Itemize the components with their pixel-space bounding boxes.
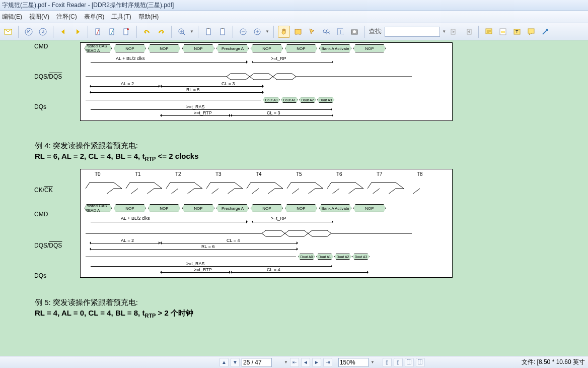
redo-button[interactable] (155, 26, 167, 38)
hex-cell: Dout A2 (334, 254, 351, 260)
nav-next-button[interactable]: ► (312, 358, 321, 367)
svg-text:T: T (339, 29, 342, 35)
view-cont-button[interactable]: ▯ (394, 358, 403, 367)
link-button[interactable] (539, 26, 551, 38)
highlight-button[interactable] (497, 26, 509, 38)
clipboard1-button[interactable] (202, 26, 214, 38)
example4-eq: RL = 6, AL = 2, CL = 4, BL = 4, tRTP <= … (35, 152, 538, 162)
textbox-button[interactable]: T (511, 26, 523, 38)
search-button[interactable] (320, 26, 332, 38)
zoom-input[interactable] (338, 358, 369, 367)
zoom-level-dropdown[interactable]: ▼ (371, 360, 375, 364)
ann: RL = 6 (201, 244, 214, 249)
row-label: DQs (34, 272, 46, 279)
ann: RL = 5 (186, 87, 199, 92)
toolbar: ▼ ▼ T 查找: ▼ T (0, 23, 588, 40)
page-dropdown[interactable]: ▼ (284, 360, 288, 364)
undo-button[interactable] (141, 26, 153, 38)
pdf-page: CMD DQS/DQS DQs Posted CAS READ ANOPNOPN… (0, 40, 588, 356)
page-input[interactable] (242, 358, 272, 367)
nav-prev-button[interactable]: ◄ (301, 358, 310, 367)
hex-cell: NOP (251, 204, 283, 212)
text-tool-button[interactable]: T (334, 26, 346, 38)
ann: AL = 2 (121, 81, 134, 86)
menu-edit[interactable]: 编辑(E) (2, 13, 22, 21)
ann: CL = 4 (267, 267, 280, 272)
menu-view[interactable]: 视图(V) (29, 13, 49, 21)
nav-first-button[interactable]: ⇤ (290, 358, 299, 367)
tick-label: T4 (256, 171, 262, 177)
row-label: DQS/DQS (34, 242, 62, 249)
zoom-dropdown2[interactable]: ▼ (265, 29, 269, 34)
svg-point-1 (25, 28, 32, 35)
menu-tool[interactable]: 工具(T) (111, 13, 131, 21)
tool3-button[interactable] (120, 26, 132, 38)
ann: CL = 3 (222, 81, 235, 86)
zoom-out-circle-button[interactable] (237, 26, 249, 38)
document-viewport[interactable]: CMD DQS/DQS DQs Posted CAS READ ANOPNOPN… (0, 40, 588, 356)
nav-last-button[interactable]: ⇥ (323, 358, 332, 367)
hex-cell: NOP (182, 44, 214, 52)
tick-label: T3 (215, 171, 222, 177)
zoom-in-button[interactable] (176, 26, 188, 38)
svg-rect-10 (220, 29, 225, 35)
ann: CL = 4 (227, 238, 240, 243)
hex-cell: Dout A3 (352, 254, 370, 260)
forward-button[interactable] (71, 26, 84, 38)
hex-cell: NOP (353, 204, 386, 212)
window-title: 字规范(三星).pdf - Foxit Reader - [DDR2操作时序规范… (2, 1, 174, 10)
row-label: CK/CK (34, 187, 53, 194)
ann: AL = 2 (121, 238, 134, 243)
title-bar: 字规范(三星).pdf - Foxit Reader - [DDR2操作时序规范… (0, 0, 588, 11)
view-cont-facing-button[interactable]: ⿰ (416, 358, 425, 367)
hex-cell: Posted CAS READ A (85, 204, 112, 212)
find-next-button[interactable] (462, 26, 474, 38)
email-button[interactable] (2, 26, 14, 38)
book-tool-button[interactable] (292, 26, 304, 38)
tick-label: T8 (417, 171, 423, 177)
hex-cell: Posted CAS READ A (85, 44, 112, 52)
page-up-button[interactable]: ▲ (219, 358, 229, 367)
menu-form[interactable]: 表单(R) (84, 13, 105, 21)
find-dropdown[interactable]: ▼ (442, 29, 446, 34)
find-input[interactable] (385, 27, 440, 37)
view-facing-button[interactable]: ⿰ (405, 358, 414, 367)
menu-help[interactable]: 帮助(H) (138, 13, 159, 21)
hex-cell: Dout A0 (298, 254, 315, 260)
ann: AL + BL/2 clks (121, 216, 150, 221)
tick-label: T0 (95, 171, 101, 177)
dqs-row (81, 71, 452, 82)
first-page-button[interactable] (23, 26, 35, 38)
select-tool-button[interactable] (306, 26, 318, 38)
hex-cell: NOP (114, 204, 146, 212)
hex-cell: Dout A1 (281, 97, 298, 103)
hand-tool-button[interactable] (278, 26, 290, 38)
page-down-button[interactable]: ▼ (231, 358, 240, 367)
tool2-button[interactable] (106, 26, 118, 38)
row-label: CMD (34, 211, 48, 218)
clipboard2-button[interactable] (216, 26, 229, 38)
clock-row (81, 178, 452, 194)
note-button[interactable] (483, 26, 495, 38)
last-page-button[interactable] (37, 26, 49, 38)
snapshot-button[interactable] (348, 26, 360, 38)
find-prev-button[interactable] (448, 26, 460, 38)
svg-point-6 (127, 28, 129, 30)
svg-point-2 (39, 28, 46, 35)
hex-cell: Dout A2 (299, 97, 316, 103)
hex-cell: NOP (285, 44, 317, 52)
svg-point-14 (323, 30, 326, 33)
hex-cell: Precharge A (216, 44, 249, 52)
ann: >=t_RTP (194, 110, 212, 115)
zoom-in-circle-button[interactable] (251, 26, 263, 38)
menu-comment[interactable]: 注释(C) (56, 13, 77, 21)
zoom-dropdown[interactable]: ▼ (190, 29, 194, 34)
ann: >=t_RP (271, 56, 286, 61)
example5-title: 例 5: 突发读操作紧跟着预充电: (35, 298, 538, 308)
view-single-button[interactable]: ▯ (383, 358, 392, 367)
svg-point-15 (326, 30, 329, 33)
back-button[interactable] (57, 26, 69, 38)
tool1-button[interactable] (92, 26, 104, 38)
svg-rect-11 (222, 28, 224, 29)
callout-button[interactable] (525, 26, 537, 38)
